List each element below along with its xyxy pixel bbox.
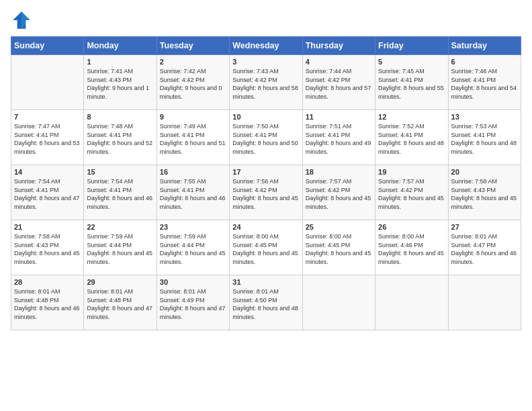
day-number: 31 xyxy=(232,278,299,286)
cell-info: Sunrise: 7:51 AMSunset: 4:41 PMDaylight:… xyxy=(306,122,372,156)
cell-info: Sunrise: 8:01 AMSunset: 4:49 PMDaylight:… xyxy=(160,287,226,321)
day-number: 22 xyxy=(87,223,153,231)
day-number: 28 xyxy=(14,278,81,286)
calendar-cell: 19Sunrise: 7:57 AMSunset: 4:42 PMDayligh… xyxy=(375,165,448,220)
day-number: 13 xyxy=(451,113,518,121)
day-number: 27 xyxy=(451,223,518,231)
col-friday: Friday xyxy=(375,37,448,55)
cell-info: Sunrise: 7:57 AMSunset: 4:42 PMDaylight:… xyxy=(306,177,372,211)
cell-info: Sunrise: 8:01 AMSunset: 4:48 PMDaylight:… xyxy=(14,287,81,321)
calendar-cell: 20Sunrise: 7:58 AMSunset: 4:43 PMDayligh… xyxy=(448,165,521,220)
day-number: 24 xyxy=(232,223,299,231)
day-number: 26 xyxy=(378,223,445,231)
col-thursday: Thursday xyxy=(302,37,375,55)
cell-info: Sunrise: 7:44 AMSunset: 4:42 PMDaylight:… xyxy=(306,67,372,101)
cell-info: Sunrise: 8:01 AMSunset: 4:47 PMDaylight:… xyxy=(451,232,518,266)
calendar-cell: 18Sunrise: 7:57 AMSunset: 4:42 PMDayligh… xyxy=(302,165,375,220)
day-number: 9 xyxy=(160,113,226,121)
page-container: Sunday Monday Tuesday Wednesday Thursday… xyxy=(0,0,532,337)
svg-marker-1 xyxy=(21,11,30,29)
cell-info: Sunrise: 7:43 AMSunset: 4:42 PMDaylight:… xyxy=(232,67,299,101)
calendar-cell: 6Sunrise: 7:46 AMSunset: 4:41 PMDaylight… xyxy=(448,55,521,110)
calendar-cell: 16Sunrise: 7:55 AMSunset: 4:41 PMDayligh… xyxy=(157,165,229,220)
day-number: 25 xyxy=(306,223,372,231)
cell-info: Sunrise: 7:42 AMSunset: 4:42 PMDaylight:… xyxy=(160,67,226,101)
day-number: 5 xyxy=(378,58,445,66)
day-number: 17 xyxy=(232,168,299,176)
cell-info: Sunrise: 7:58 AMSunset: 4:43 PMDaylight:… xyxy=(451,177,518,211)
calendar-cell: 11Sunrise: 7:51 AMSunset: 4:41 PMDayligh… xyxy=(302,110,375,165)
cell-info: Sunrise: 8:01 AMSunset: 4:48 PMDaylight:… xyxy=(87,287,153,321)
day-number: 14 xyxy=(14,168,81,176)
calendar-body: 1Sunrise: 7:41 AMSunset: 4:43 PMDaylight… xyxy=(11,55,521,330)
calendar-week-5: 28Sunrise: 8:01 AMSunset: 4:48 PMDayligh… xyxy=(11,275,521,330)
day-number: 10 xyxy=(232,113,299,121)
cell-info: Sunrise: 7:48 AMSunset: 4:41 PMDaylight:… xyxy=(87,122,153,156)
cell-info: Sunrise: 7:45 AMSunset: 4:41 PMDaylight:… xyxy=(378,67,445,101)
day-number: 30 xyxy=(160,278,226,286)
col-saturday: Saturday xyxy=(448,37,521,55)
col-tuesday: Tuesday xyxy=(157,37,229,55)
calendar-week-1: 1Sunrise: 7:41 AMSunset: 4:43 PMDaylight… xyxy=(11,55,521,110)
day-number: 29 xyxy=(87,278,153,286)
header-row: Sunday Monday Tuesday Wednesday Thursday… xyxy=(11,37,521,55)
calendar-cell: 3Sunrise: 7:43 AMSunset: 4:42 PMDaylight… xyxy=(230,55,302,110)
calendar-cell: 29Sunrise: 8:01 AMSunset: 4:48 PMDayligh… xyxy=(84,275,157,330)
calendar-cell xyxy=(375,275,448,330)
cell-info: Sunrise: 7:50 AMSunset: 4:41 PMDaylight:… xyxy=(232,122,299,156)
cell-info: Sunrise: 7:55 AMSunset: 4:41 PMDaylight:… xyxy=(160,177,226,211)
day-number: 3 xyxy=(232,58,299,66)
calendar-cell: 25Sunrise: 8:00 AMSunset: 4:45 PMDayligh… xyxy=(302,220,375,275)
logo xyxy=(11,9,34,31)
calendar-cell: 4Sunrise: 7:44 AMSunset: 4:42 PMDaylight… xyxy=(302,55,375,110)
cell-info: Sunrise: 8:01 AMSunset: 4:50 PMDaylight:… xyxy=(232,287,299,321)
day-number: 21 xyxy=(14,223,81,231)
calendar-cell: 10Sunrise: 7:50 AMSunset: 4:41 PMDayligh… xyxy=(230,110,302,165)
col-sunday: Sunday xyxy=(11,37,84,55)
day-number: 16 xyxy=(160,168,226,176)
cell-info: Sunrise: 7:57 AMSunset: 4:42 PMDaylight:… xyxy=(378,177,445,211)
day-number: 20 xyxy=(451,168,518,176)
calendar-cell: 26Sunrise: 8:00 AMSunset: 4:46 PMDayligh… xyxy=(375,220,448,275)
calendar-cell: 17Sunrise: 7:56 AMSunset: 4:42 PMDayligh… xyxy=(230,165,302,220)
day-number: 8 xyxy=(87,113,153,121)
cell-info: Sunrise: 7:58 AMSunset: 4:43 PMDaylight:… xyxy=(14,232,81,266)
day-number: 18 xyxy=(306,168,372,176)
day-number: 12 xyxy=(378,113,445,121)
calendar-cell: 8Sunrise: 7:48 AMSunset: 4:41 PMDaylight… xyxy=(84,110,157,165)
calendar-cell: 9Sunrise: 7:49 AMSunset: 4:41 PMDaylight… xyxy=(157,110,229,165)
cell-info: Sunrise: 7:41 AMSunset: 4:43 PMDaylight:… xyxy=(87,67,153,101)
calendar-cell: 1Sunrise: 7:41 AMSunset: 4:43 PMDaylight… xyxy=(84,55,157,110)
day-number: 11 xyxy=(306,113,372,121)
cell-info: Sunrise: 7:59 AMSunset: 4:44 PMDaylight:… xyxy=(160,232,226,266)
calendar-cell: 27Sunrise: 8:01 AMSunset: 4:47 PMDayligh… xyxy=(448,220,521,275)
calendar-cell xyxy=(448,275,521,330)
calendar-cell: 28Sunrise: 8:01 AMSunset: 4:48 PMDayligh… xyxy=(11,275,84,330)
calendar-cell: 21Sunrise: 7:58 AMSunset: 4:43 PMDayligh… xyxy=(11,220,84,275)
logo-icon xyxy=(11,9,32,31)
calendar-cell: 31Sunrise: 8:01 AMSunset: 4:50 PMDayligh… xyxy=(230,275,302,330)
cell-info: Sunrise: 7:46 AMSunset: 4:41 PMDaylight:… xyxy=(451,67,518,101)
cell-info: Sunrise: 8:00 AMSunset: 4:45 PMDaylight:… xyxy=(232,232,299,266)
day-number: 23 xyxy=(160,223,226,231)
calendar-cell: 5Sunrise: 7:45 AMSunset: 4:41 PMDaylight… xyxy=(375,55,448,110)
calendar-cell: 22Sunrise: 7:59 AMSunset: 4:44 PMDayligh… xyxy=(84,220,157,275)
calendar-table: Sunday Monday Tuesday Wednesday Thursday… xyxy=(11,36,521,330)
calendar-cell: 2Sunrise: 7:42 AMSunset: 4:42 PMDaylight… xyxy=(157,55,229,110)
page-header xyxy=(11,7,521,31)
calendar-header: Sunday Monday Tuesday Wednesday Thursday… xyxy=(11,37,521,55)
col-monday: Monday xyxy=(84,37,157,55)
cell-info: Sunrise: 7:56 AMSunset: 4:42 PMDaylight:… xyxy=(232,177,299,211)
calendar-cell xyxy=(11,55,84,110)
cell-info: Sunrise: 7:47 AMSunset: 4:41 PMDaylight:… xyxy=(14,122,81,156)
day-number: 19 xyxy=(378,168,445,176)
day-number: 6 xyxy=(451,58,518,66)
calendar-week-4: 21Sunrise: 7:58 AMSunset: 4:43 PMDayligh… xyxy=(11,220,521,275)
calendar-cell: 30Sunrise: 8:01 AMSunset: 4:49 PMDayligh… xyxy=(157,275,229,330)
cell-info: Sunrise: 7:49 AMSunset: 4:41 PMDaylight:… xyxy=(160,122,226,156)
day-number: 4 xyxy=(306,58,372,66)
calendar-week-3: 14Sunrise: 7:54 AMSunset: 4:41 PMDayligh… xyxy=(11,165,521,220)
day-number: 2 xyxy=(160,58,226,66)
calendar-cell: 15Sunrise: 7:54 AMSunset: 4:41 PMDayligh… xyxy=(84,165,157,220)
cell-info: Sunrise: 7:52 AMSunset: 4:41 PMDaylight:… xyxy=(378,122,445,156)
